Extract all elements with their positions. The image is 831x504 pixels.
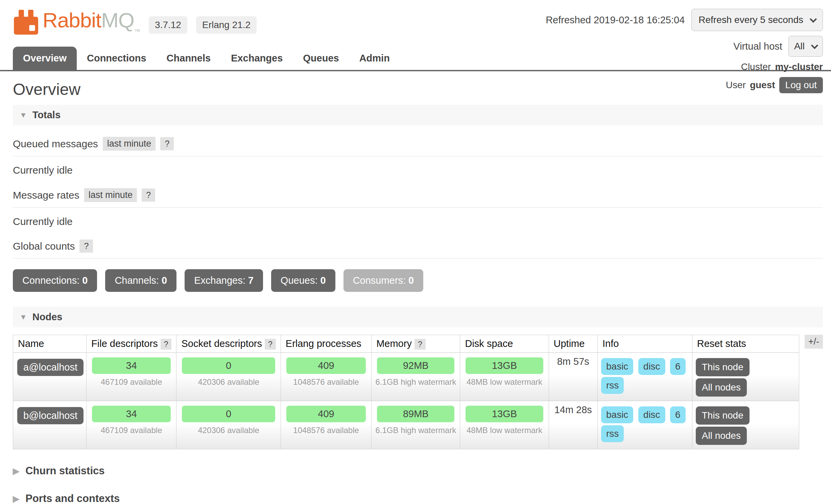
- file-descriptors-help-icon[interactable]: ?: [161, 339, 172, 350]
- tab-channels[interactable]: Channels: [157, 47, 221, 70]
- nodes-table-header-row: Name File descriptors? Socket descriptor…: [13, 335, 799, 353]
- refresh-interval-select[interactable]: Refresh every 5 seconds: [691, 9, 823, 31]
- channels-count-value: 0: [162, 275, 167, 286]
- chevron-down-icon: [811, 42, 818, 49]
- refreshed-timestamp: Refreshed 2019-02-18 16:25:04: [546, 15, 685, 26]
- memory-cell: 92MB 6.1GB high watermark: [372, 353, 460, 401]
- info-badge-basic[interactable]: basic: [601, 358, 633, 375]
- erlang-processes-available: 1048576 available: [284, 374, 369, 387]
- memory-bar: 92MB: [377, 357, 454, 374]
- reset-this-node-button[interactable]: This node: [696, 406, 750, 425]
- consumers-count-label: Consumers:: [353, 275, 406, 286]
- memory-help-icon[interactable]: ?: [414, 339, 426, 350]
- node-name-badge[interactable]: a@localhost: [17, 359, 84, 376]
- tab-admin[interactable]: Admin: [349, 47, 400, 70]
- disk-space-watermark: 48MB low watermark: [463, 422, 546, 435]
- consumers-count-button[interactable]: Consumers:0: [343, 269, 423, 292]
- brand-wordmark: RabbitMQ™: [43, 10, 140, 34]
- rabbitmq-version-badge: 3.7.12: [149, 16, 187, 34]
- message-rates-label: Message rates: [13, 190, 79, 201]
- chevron-down-icon: [810, 16, 817, 23]
- message-rates-window-badge[interactable]: last minute: [84, 188, 137, 202]
- user-name: guest: [750, 80, 775, 91]
- col-header-disk-space: Disk space: [460, 335, 549, 353]
- queued-messages-row: Queued messages last minute ?: [13, 133, 823, 156]
- erlang-version-badge: Erlang 21.2: [196, 16, 257, 34]
- info-badge-cores[interactable]: 6: [670, 358, 686, 375]
- totals-section-title: Totals: [32, 109, 61, 121]
- memory-watermark: 6.1GB high watermark: [374, 374, 457, 387]
- message-rates-row: Message rates last minute ?: [13, 184, 823, 208]
- uptime-cell: 14m 28s: [549, 401, 597, 449]
- info-badge-cores[interactable]: 6: [670, 406, 686, 423]
- ports-and-contexts-section[interactable]: ▶ Ports and contexts: [13, 493, 823, 504]
- info-badge-disc[interactable]: disc: [638, 406, 665, 423]
- nodes-table: Name File descriptors? Socket descriptor…: [13, 335, 799, 449]
- reset-all-nodes-button[interactable]: All nodes: [696, 378, 747, 397]
- file-descriptors-cell: 34 467109 available: [87, 401, 176, 449]
- rabbitmq-logo[interactable]: RabbitMQ™: [13, 9, 140, 35]
- erlang-processes-cell: 409 1048576 available: [281, 401, 371, 449]
- virtual-host-select[interactable]: All: [788, 36, 823, 57]
- totals-section-header[interactable]: ▼ Totals: [13, 105, 823, 125]
- churn-statistics-section[interactable]: ▶ Churn statistics: [13, 465, 823, 477]
- reset-this-node-button[interactable]: This node: [696, 358, 750, 376]
- exchanges-count-button[interactable]: Exchanges:7: [185, 269, 263, 292]
- socket-descriptors-available: 420306 available: [179, 374, 278, 387]
- queues-count-button[interactable]: Queues:0: [271, 269, 335, 292]
- socket-descriptors-help-icon[interactable]: ?: [265, 339, 276, 350]
- col-header-uptime: Uptime: [549, 335, 597, 353]
- channels-count-button[interactable]: Channels:0: [105, 269, 176, 292]
- churn-statistics-title: Churn statistics: [25, 465, 104, 477]
- file-descriptors-available: 467109 available: [89, 374, 173, 387]
- memory-cell: 89MB 6.1GB high watermark: [372, 401, 460, 449]
- disk-space-bar: 13GB: [466, 406, 543, 422]
- tab-exchanges[interactable]: Exchanges: [221, 47, 293, 70]
- info-badge-rss[interactable]: rss: [601, 377, 624, 394]
- global-counts-row: Global counts ?: [13, 235, 823, 258]
- reset-stats-cell: This node All nodes: [692, 401, 799, 449]
- file-descriptors-bar: 34: [92, 357, 171, 374]
- col-header-reset-stats: Reset stats: [692, 335, 799, 353]
- col-header-file-descriptors: File descriptors?: [87, 335, 176, 353]
- tab-overview[interactable]: Overview: [13, 47, 77, 70]
- virtual-host-label: Virtual host: [733, 41, 782, 52]
- global-counts-buttons: Connections:0 Channels:0 Exchanges:7 Que…: [13, 269, 823, 292]
- reset-stats-cell: This node All nodes: [692, 353, 799, 401]
- virtual-host-value: All: [794, 41, 805, 52]
- uptime-cell: 8m 57s: [549, 353, 597, 401]
- col-header-info: Info: [597, 335, 692, 353]
- file-descriptors-bar: 34: [92, 406, 171, 422]
- nodes-section-header[interactable]: ▼ Nodes: [13, 307, 823, 327]
- cluster-name: my-cluster: [775, 61, 823, 72]
- connections-count-label: Connections:: [22, 275, 79, 286]
- triangle-down-icon: ▼: [20, 111, 27, 120]
- exchanges-count-label: Exchanges:: [194, 275, 245, 286]
- tab-connections[interactable]: Connections: [77, 47, 157, 70]
- global-counts-help-icon[interactable]: ?: [79, 240, 93, 253]
- triangle-right-icon: ▶: [13, 466, 19, 476]
- socket-descriptors-available: 420306 available: [179, 422, 278, 435]
- refresh-interval-value: Refresh every 5 seconds: [698, 15, 803, 25]
- info-badge-basic[interactable]: basic: [601, 406, 633, 423]
- triangle-down-icon: ▼: [20, 313, 27, 322]
- disk-space-watermark: 48MB low watermark: [463, 374, 546, 387]
- col-header-socket-descriptors: Socket descriptors?: [176, 335, 281, 353]
- connections-count-button[interactable]: Connections:0: [13, 269, 97, 292]
- message-rates-help-icon[interactable]: ?: [142, 188, 155, 202]
- node-row-a: a@localhost 34 467109 available 0 420306…: [13, 353, 799, 401]
- logout-button[interactable]: Log out: [779, 77, 823, 93]
- tab-queues[interactable]: Queues: [293, 47, 349, 70]
- erlang-processes-bar: 409: [286, 357, 366, 374]
- queued-window-badge[interactable]: last minute: [103, 137, 156, 151]
- reset-all-nodes-button[interactable]: All nodes: [696, 427, 747, 445]
- info-badge-disc[interactable]: disc: [638, 358, 665, 375]
- info-badge-rss[interactable]: rss: [601, 425, 624, 442]
- column-toggle-button[interactable]: +/-: [805, 335, 823, 349]
- queued-help-icon[interactable]: ?: [160, 137, 174, 150]
- node-name-badge[interactable]: b@localhost: [17, 407, 84, 424]
- page-header: RabbitMQ™ 3.7.12 Erlang 21.2 Refreshed 2…: [0, 0, 831, 35]
- exchanges-count-value: 7: [248, 275, 254, 286]
- socket-descriptors-cell: 0 420306 available: [176, 401, 281, 449]
- socket-descriptors-bar: 0: [182, 406, 275, 422]
